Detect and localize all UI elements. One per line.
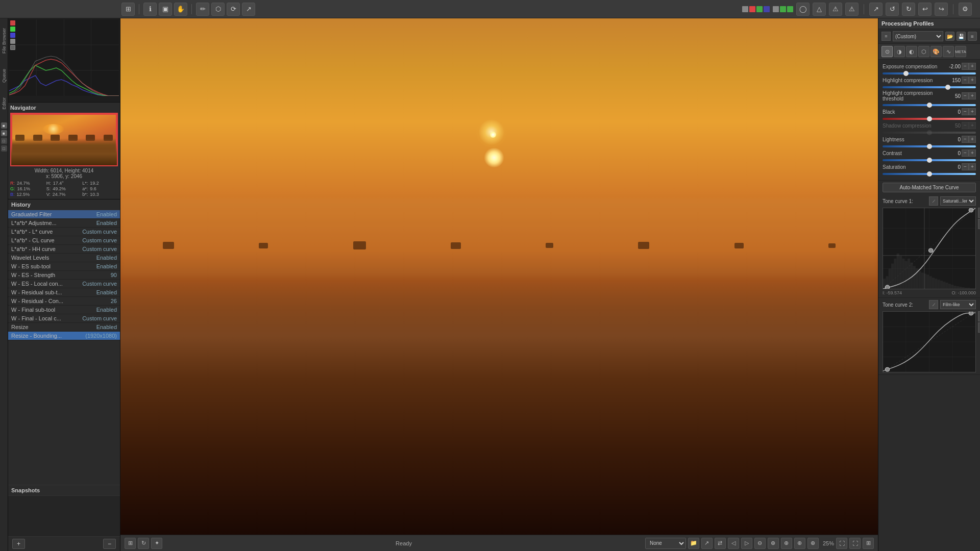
btm-star-btn[interactable]: ✦ — [151, 538, 162, 549]
profile-open-btn[interactable]: 📂 — [945, 32, 954, 41]
history-item[interactable]: Graduated FilterEnabled — [8, 210, 120, 219]
history-item[interactable]: L*a*b* Adjustme...Enabled — [8, 219, 120, 228]
highlight-thresh-plus[interactable]: + — [969, 92, 976, 99]
exposure-comp-plus[interactable]: + — [969, 63, 976, 70]
btm-layout-btn[interactable]: ⊞ — [863, 538, 874, 549]
sidebar-queue[interactable]: Queue — [1, 63, 8, 89]
exposure-comp-slider[interactable] — [883, 72, 976, 74]
hist-red-indicator[interactable] — [10, 20, 15, 26]
black-slider[interactable] — [883, 118, 976, 120]
add-snapshot-button[interactable]: + — [12, 539, 25, 549]
contrast-plus[interactable]: + — [969, 149, 976, 157]
tool-straighten[interactable]: ↗ — [242, 3, 255, 16]
tool-triangle[interactable]: △ — [813, 3, 826, 16]
tool-color2[interactable]: 🎨 — [930, 46, 942, 57]
none-select[interactable]: None — [645, 538, 686, 549]
history-item[interactable]: W - ES sub-toolEnabled — [8, 262, 120, 271]
sidebar-icon-1[interactable]: ■ — [1, 122, 7, 129]
btm-fullscreen[interactable]: ⛶ — [836, 538, 847, 549]
tc1-eyedropper-midtone[interactable]: ◈ — [978, 219, 980, 229]
hist-lum-indicator[interactable] — [10, 39, 15, 44]
tool-redo[interactable]: ↪ — [935, 3, 948, 16]
image-viewport[interactable] — [120, 18, 878, 535]
tool-layout[interactable]: ▣ — [159, 3, 172, 16]
tool-info[interactable]: ℹ — [143, 3, 157, 16]
history-item[interactable]: W - Residual - Con...26 — [8, 297, 120, 306]
btm-zoom-in2[interactable]: ⊕ — [768, 538, 779, 549]
sidebar-file-browser[interactable]: File Browser — [1, 20, 8, 61]
history-item[interactable]: W - Residual sub-t...Enabled — [8, 288, 120, 297]
tool-wavelet[interactable]: ∿ — [943, 46, 954, 57]
lightness-minus[interactable]: − — [962, 136, 969, 143]
history-item[interactable]: W - Final sub-toolEnabled — [8, 306, 120, 314]
btm-refresh-btn[interactable]: ↻ — [138, 538, 149, 549]
exposure-comp-minus[interactable]: − — [962, 63, 969, 70]
history-item[interactable]: ResizeEnabled — [8, 323, 120, 332]
tool-undo2[interactable]: ↺ — [886, 3, 899, 16]
lightness-slider[interactable] — [883, 145, 976, 147]
history-item[interactable]: W - ES - Local con...Custom curve — [8, 280, 120, 288]
sidebar-icon-2[interactable]: ■ — [1, 130, 7, 136]
history-item[interactable]: Wavelet LevelsEnabled — [8, 254, 120, 262]
tc1-eyedropper-shadow[interactable]: ◈ — [978, 208, 980, 218]
btm-prev-btn[interactable]: ◁ — [728, 538, 739, 549]
tool-color[interactable]: ◑ — [894, 46, 905, 57]
tool-settings[interactable]: ⚙ — [959, 3, 972, 16]
contrast-slider[interactable] — [883, 159, 976, 161]
profile-icon[interactable]: ≡ — [881, 32, 891, 41]
tool-meta[interactable]: META — [955, 46, 966, 57]
history-item[interactable]: Resize - Bounding...(980x551) — [8, 332, 120, 340]
hist-green-indicator[interactable] — [10, 27, 15, 32]
btm-save-btn[interactable]: ⊞ — [125, 538, 136, 549]
hist-blue-indicator[interactable] — [10, 33, 15, 38]
highlight-comp-minus[interactable]: − — [962, 77, 969, 84]
btm-zoom-out2[interactable]: ⊖ — [754, 538, 766, 549]
tc1-canvas[interactable] — [883, 208, 976, 289]
profile-save-btn[interactable]: 💾 — [957, 32, 966, 41]
tc2-eyedropper-shadow[interactable]: ◈ — [978, 311, 980, 321]
sidebar-icon-4[interactable]: □ — [1, 145, 7, 152]
highlight-thresh-slider[interactable] — [883, 104, 976, 106]
tool-circle[interactable]: ◯ — [796, 3, 810, 16]
btm-zoom-1[interactable]: ⊕ — [807, 538, 819, 549]
tc2-mode-btn[interactable]: ⟋ — [929, 300, 938, 309]
saturation-minus[interactable]: − — [962, 163, 969, 170]
tool-warning[interactable]: ⚠ — [829, 3, 842, 16]
tool-detail[interactable]: ◐ — [906, 46, 917, 57]
highlight-thresh-minus[interactable]: − — [962, 92, 969, 99]
highlight-comp-plus[interactable]: + — [969, 77, 976, 84]
tc1-type-select[interactable]: Saturati...lending — [940, 196, 976, 206]
tool-undo[interactable]: ↩ — [918, 3, 932, 16]
btm-fullscreen2[interactable]: ⛶ — [849, 538, 861, 549]
auto-tone-button[interactable]: Auto-Matched Tone Curve — [883, 183, 976, 192]
history-item[interactable]: W - Final - Local c...Custom curve — [8, 314, 120, 323]
history-item[interactable]: L*a*b* - CL curveCustom curve — [8, 236, 120, 245]
history-item[interactable]: L*a*b* - L* curveCustom curve — [8, 228, 120, 236]
contrast-minus[interactable]: − — [962, 149, 969, 157]
btm-folder-btn[interactable]: 📁 — [688, 538, 699, 549]
highlight-comp-slider[interactable] — [883, 86, 976, 88]
tool-warning2[interactable]: ⚠ — [845, 3, 859, 16]
tc2-canvas[interactable] — [883, 311, 976, 372]
tool-exposure[interactable]: ⊙ — [881, 46, 893, 57]
tool-shape[interactable]: ⬡ — [211, 3, 225, 16]
hist-chroma-indicator[interactable] — [10, 45, 15, 50]
lightness-plus[interactable]: + — [969, 136, 976, 143]
btm-zoom-in3[interactable]: ⊕ — [781, 538, 792, 549]
tool-composition[interactable]: ⬡ — [918, 46, 929, 57]
sidebar-editor[interactable]: Editor — [1, 91, 8, 116]
tc2-type-select[interactable]: Film-like — [940, 300, 976, 309]
history-item[interactable]: W - ES - Strength90 — [8, 271, 120, 280]
saturation-slider[interactable] — [883, 173, 976, 175]
tool-arrow-up[interactable]: ↗ — [869, 3, 883, 16]
sidebar-icon-3[interactable]: □ — [1, 138, 7, 144]
tool-edit[interactable]: ✏ — [196, 3, 209, 16]
remove-snapshot-button[interactable]: − — [103, 539, 116, 549]
profile-dropdown[interactable]: (Custom) — [893, 31, 943, 41]
tool-grid[interactable]: ⊞ — [121, 3, 135, 16]
tc1-mode-btn[interactable]: ⟋ — [929, 196, 938, 206]
btm-zoom-fit[interactable]: ⊕ — [794, 538, 805, 549]
tool-pan[interactable]: ✋ — [174, 3, 187, 16]
tool-rotate[interactable]: ⟳ — [227, 3, 240, 16]
saturation-plus[interactable]: + — [969, 163, 976, 170]
